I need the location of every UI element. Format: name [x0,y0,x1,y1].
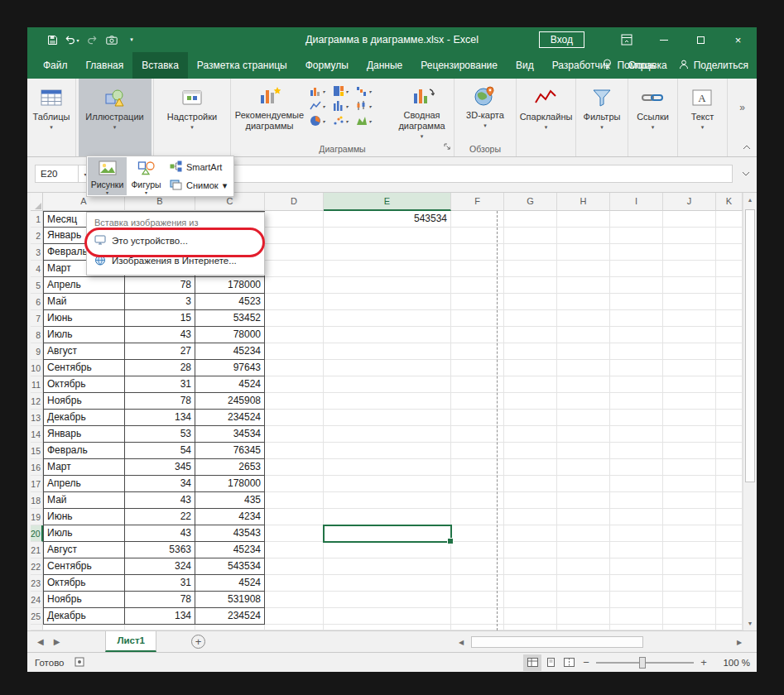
grid-cell[interactable] [451,310,504,327]
grid-cell[interactable] [610,492,663,509]
grid-cell[interactable] [557,310,610,327]
grid-cell[interactable] [610,542,663,558]
grid-cell[interactable] [451,228,504,244]
column-header-J[interactable]: J [663,193,716,211]
grid-cell[interactable] [557,261,610,277]
grid-cell[interactable] [663,376,716,393]
row-header[interactable]: 1 [31,211,43,228]
grid-cell[interactable] [557,360,610,376]
customize-quick-access-icon[interactable]: ▾ [123,31,140,49]
grid-cell[interactable] [451,261,504,277]
grid-cell[interactable]: Июнь [43,310,125,327]
zoom-out-button[interactable]: − [580,656,593,669]
grid-cell[interactable] [610,343,663,360]
grid-cell[interactable]: 531908 [195,592,265,608]
grid-cell[interactable] [265,294,324,310]
grid-cell[interactable] [610,327,663,343]
grid-cell[interactable] [610,244,663,261]
grid-cell[interactable]: 4234 [195,509,265,525]
grid-cell[interactable] [557,228,610,244]
row-header[interactable]: 17 [31,476,43,492]
grid-cell[interactable] [451,459,504,476]
grid-cell[interactable]: Ноябрь [43,592,125,608]
row-header[interactable]: 5 [31,277,43,294]
row-header[interactable]: 8 [31,327,43,343]
grid-cell[interactable] [504,360,557,376]
ribbon-tab[interactable]: Главная [77,52,133,79]
grid-cell[interactable] [324,525,451,542]
grid-cell[interactable] [557,608,610,625]
grid-cell[interactable] [265,592,324,608]
vertical-scrollbar-thumb[interactable] [745,209,755,482]
grid-cell[interactable]: 78 [125,277,195,294]
row-header[interactable]: 19 [31,509,43,525]
grid-cell[interactable]: Июль [43,525,125,542]
ribbon-tab[interactable]: Формулы [296,52,358,79]
grid-cell[interactable]: 97643 [195,360,265,376]
grid-cell[interactable]: 43 [125,492,195,509]
grid-cell[interactable] [610,509,663,525]
grid-cell[interactable]: 43 [125,525,195,542]
sheet-nav-right-icon[interactable]: ▶ [54,637,60,646]
row-header[interactable]: 7 [31,310,43,327]
grid-cell[interactable] [610,459,663,476]
grid-cell[interactable]: 345 [125,459,195,476]
insert-hierarchy-chart-icon[interactable]: ▾ [331,85,350,97]
ribbon-tab[interactable]: Рецензирование [411,52,507,79]
ribbon-display-options-button[interactable] [608,27,645,52]
maximize-button[interactable] [682,27,719,52]
grid-cell[interactable] [557,211,610,228]
grid-cell[interactable] [716,426,743,443]
grid-cell[interactable] [610,310,663,327]
grid-cell[interactable]: Сентябрь [43,360,125,376]
charts-dialog-launcher-icon[interactable] [444,139,451,154]
insert-column-chart-icon[interactable]: ▾ [308,85,327,97]
grid-cell[interactable] [451,327,504,343]
addins-button[interactable]: Надстройки ▾ [167,79,217,156]
grid-cell[interactable] [716,525,743,542]
grid-cell[interactable] [324,492,451,509]
grid-cell[interactable] [663,625,716,630]
insert-line-chart-icon[interactable]: ▾ [308,100,327,112]
grid-cell[interactable] [716,244,743,261]
grid-cell[interactable]: Июль [43,327,125,343]
grid-cell[interactable] [451,575,504,592]
grid-cell[interactable] [557,558,610,575]
grid-cell[interactable] [663,393,716,410]
grid-cell[interactable] [324,393,451,410]
row-header[interactable]: 25 [31,608,43,625]
grid-cell[interactable] [610,376,663,393]
grid-cell[interactable]: 4524 [195,376,265,393]
row-header[interactable] [31,625,43,630]
zoom-level[interactable]: 100 % [717,658,750,668]
grid-cell[interactable] [451,509,504,525]
row-header[interactable]: 24 [31,592,43,608]
zoom-slider-handle[interactable] [639,657,646,669]
grid-cell[interactable] [557,625,610,630]
online-images-menu-item[interactable]: Изображения в Интернете... [87,251,264,271]
grid-cell[interactable]: 4524 [195,575,265,592]
grid-cell[interactable] [716,443,743,459]
grid-cell[interactable] [716,261,743,277]
grid-cell[interactable] [716,625,743,630]
grid-cell[interactable]: 45234 [195,542,265,558]
grid-cell[interactable] [504,443,557,459]
grid-cell[interactable] [610,575,663,592]
grid-cell[interactable] [324,360,451,376]
grid-cell[interactable] [324,459,451,476]
row-header[interactable]: 6 [31,294,43,310]
grid-cell[interactable]: 234524 [195,608,265,625]
grid-cell[interactable] [504,211,557,228]
grid-cell[interactable] [610,426,663,443]
grid-cell[interactable] [504,393,557,410]
grid-cell[interactable]: 3 [125,294,195,310]
save-icon[interactable] [44,31,60,49]
grid-cell[interactable] [265,393,324,410]
grid-cell[interactable] [265,228,324,244]
grid-cell[interactable] [716,376,743,393]
grid-cell[interactable]: Октябрь [43,575,125,592]
grid-cell[interactable] [557,575,610,592]
new-sheet-button[interactable]: + [191,635,205,649]
grid-cell[interactable] [557,393,610,410]
grid-cell[interactable] [324,558,451,575]
